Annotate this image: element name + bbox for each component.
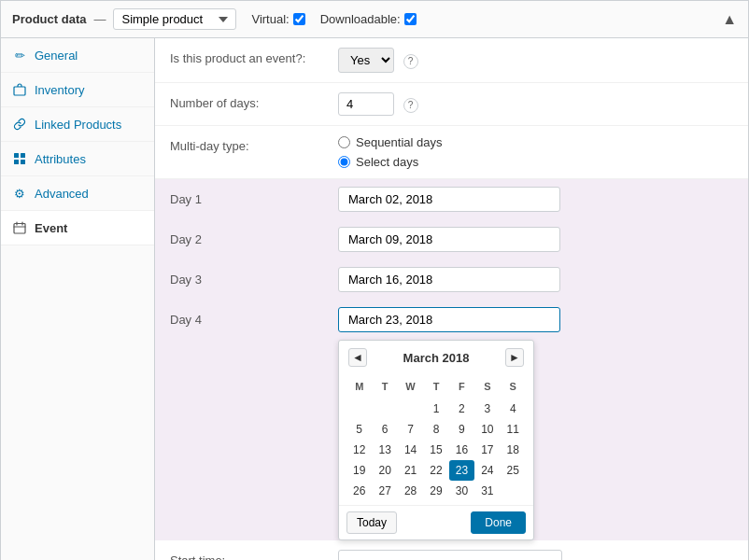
- calendar-day[interactable]: 10: [474, 419, 500, 440]
- calendar-day[interactable]: 5: [346, 419, 372, 440]
- product-data-dash: —: [93, 12, 106, 26]
- calendar-day[interactable]: [501, 481, 526, 501]
- calendar-day[interactable]: 9: [449, 419, 474, 440]
- sidebar-item-label: Linked Products: [35, 118, 121, 132]
- multiday-type-label: Multi-day type:: [170, 135, 338, 153]
- day-4-input[interactable]: [338, 307, 560, 332]
- start-time-field: [338, 550, 733, 560]
- num-days-field: ?: [338, 92, 733, 116]
- calendar-day[interactable]: 11: [501, 419, 526, 440]
- calendar-day[interactable]: 16: [449, 440, 474, 460]
- calendar-day[interactable]: [398, 399, 423, 419]
- weekday-t2: T: [423, 378, 448, 395]
- downloadable-checkbox[interactable]: [404, 13, 417, 25]
- calendar-day[interactable]: 20: [372, 460, 397, 481]
- calendar-day[interactable]: 19: [346, 460, 372, 481]
- product-type-select[interactable]: Simple product Variable product Grouped …: [113, 8, 236, 30]
- day-2-label: Day 2: [170, 232, 338, 246]
- num-days-help-icon[interactable]: ?: [403, 98, 418, 113]
- calendar-day[interactable]: 3: [474, 399, 500, 419]
- calendar-day[interactable]: 31: [474, 481, 500, 501]
- sequential-days-radio[interactable]: [338, 136, 350, 148]
- main-content: Is this product an event?: Yes No ? Numb…: [155, 38, 748, 560]
- calendar-icon: [12, 220, 27, 235]
- calendar-day[interactable]: [372, 399, 397, 419]
- multiday-type-row: Multi-day type: Sequential days Select d…: [155, 126, 748, 179]
- calendar-day[interactable]: 29: [423, 481, 448, 501]
- select-days-radio[interactable]: [338, 156, 350, 168]
- sidebar-item-event[interactable]: Event: [1, 211, 154, 245]
- calendar-day[interactable]: [346, 399, 372, 419]
- calendar-day[interactable]: 6: [372, 419, 397, 440]
- calendar-day[interactable]: 14: [398, 440, 423, 460]
- calendar-day[interactable]: 4: [501, 399, 526, 419]
- calendar-prev-button[interactable]: ◄: [348, 348, 367, 367]
- collapse-button[interactable]: ▲: [722, 11, 737, 28]
- start-time-row: Start time:: [155, 540, 748, 560]
- sidebar-item-inventory[interactable]: Inventory: [1, 73, 154, 107]
- calendar-day[interactable]: 26: [346, 481, 372, 501]
- calendar-day[interactable]: 27: [372, 481, 397, 501]
- sidebar-item-label: Event: [35, 221, 67, 235]
- select-days-option[interactable]: Select days: [338, 155, 733, 169]
- calendar-month-year: March 2018: [403, 351, 470, 365]
- calendar-day[interactable]: 2: [449, 399, 474, 419]
- sequential-days-label: Sequential days: [356, 135, 443, 149]
- calendar-days: 1234567891011121314151617181920212223242…: [346, 399, 526, 501]
- calendar-day[interactable]: 30: [449, 481, 474, 501]
- day-2-row: Day 2: [155, 219, 748, 259]
- sequential-days-option[interactable]: Sequential days: [338, 135, 733, 149]
- sidebar-item-linked-products[interactable]: Linked Products: [1, 107, 154, 142]
- start-time-input[interactable]: [338, 550, 562, 560]
- sidebar-item-label: Advanced: [35, 187, 89, 201]
- link-icon: [12, 117, 27, 132]
- is-event-label: Is this product an event?:: [170, 48, 338, 65]
- day-1-input[interactable]: [338, 187, 560, 212]
- calendar-day[interactable]: 24: [474, 460, 500, 481]
- num-days-label: Number of days:: [170, 92, 338, 110]
- calendar-day[interactable]: 18: [501, 440, 526, 460]
- multiday-radio-group: Sequential days Select days: [338, 135, 733, 169]
- product-data-body: ✏ General Inventory Linked Products Att: [1, 38, 748, 560]
- calendar-day[interactable]: 7: [398, 419, 423, 440]
- downloadable-label[interactable]: Downloadable:: [320, 12, 417, 26]
- calendar-day[interactable]: 12: [346, 440, 372, 460]
- calendar-day[interactable]: 22: [423, 460, 448, 481]
- day-3-label: Day 3: [170, 273, 338, 287]
- select-days-label: Select days: [356, 155, 418, 169]
- calendar-day[interactable]: 28: [398, 481, 423, 501]
- calendar-today-button[interactable]: Today: [346, 511, 397, 534]
- calendar-weekdays: M T W T F S S: [346, 378, 526, 395]
- day-1-row: Day 1: [155, 179, 748, 219]
- sidebar-item-label: General: [35, 49, 78, 63]
- num-days-input[interactable]: [338, 92, 394, 116]
- sidebar-item-general[interactable]: ✏ General: [1, 38, 154, 73]
- weekday-w: W: [398, 378, 423, 395]
- calendar-day[interactable]: 17: [474, 440, 500, 460]
- calendar-day[interactable]: 1: [423, 399, 448, 419]
- virtual-checkbox[interactable]: [293, 13, 305, 25]
- weekday-m: M: [346, 378, 372, 395]
- calendar-day[interactable]: 23: [449, 460, 474, 481]
- calendar-day[interactable]: 15: [423, 440, 448, 460]
- is-event-select[interactable]: Yes No: [338, 48, 394, 73]
- gear-icon: ⚙: [12, 186, 27, 201]
- day-2-input[interactable]: [338, 227, 560, 252]
- virtual-label[interactable]: Virtual:: [251, 12, 304, 26]
- calendar-day[interactable]: 13: [372, 440, 397, 460]
- day-3-input[interactable]: [338, 267, 560, 292]
- calendar-next-button[interactable]: ►: [505, 348, 524, 367]
- svg-rect-0: [14, 87, 25, 95]
- calendar-day[interactable]: 8: [423, 419, 448, 440]
- sidebar-item-advanced[interactable]: ⚙ Advanced: [1, 176, 154, 211]
- product-data-title: Product data: [12, 12, 86, 26]
- is-event-help-icon[interactable]: ?: [403, 54, 418, 69]
- svg-rect-4: [21, 160, 25, 164]
- sidebar-item-attributes[interactable]: Attributes: [1, 142, 154, 176]
- calendar-done-button[interactable]: Done: [471, 511, 526, 534]
- svg-rect-2: [21, 153, 25, 158]
- calendar-day[interactable]: 25: [501, 460, 526, 481]
- grid-icon: [12, 151, 27, 166]
- calendar-day[interactable]: 21: [398, 460, 423, 481]
- product-data-container: Product data — Simple product Variable p…: [0, 0, 749, 560]
